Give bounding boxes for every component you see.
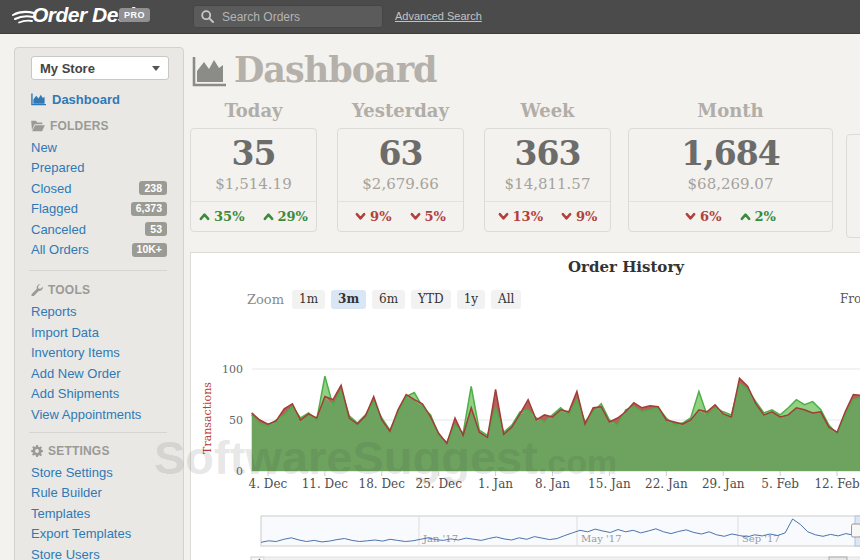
wrench-icon (31, 284, 43, 296)
stat-period-label: Today (190, 100, 317, 122)
store-selector[interactable]: My Store (31, 56, 169, 80)
caret-icon (685, 212, 696, 221)
top-bar: Order Desk PRO Advanced Search (0, 0, 860, 34)
svg-text:29. Jan: 29. Jan (702, 477, 745, 491)
svg-text:1. Jan: 1. Jan (478, 477, 513, 491)
sidebar-item-add-new-order[interactable]: Add New Order (31, 366, 167, 380)
area-chart-icon (31, 93, 46, 106)
stat-amount: $68,269.07 (629, 175, 832, 193)
sidebar: My Store Dashboard FOLDERS New Prepared … (14, 47, 184, 560)
stat-month: Month 1,684 $68,269.07 6% 2% (628, 100, 833, 232)
caret-icon (410, 212, 421, 221)
folder-open-icon (31, 120, 45, 132)
stat-card: 363 $14,811.57 13% 9% (484, 128, 611, 232)
dashboard-title-icon (192, 57, 226, 91)
stat-period-label: Month (628, 100, 833, 122)
change-indicator: 35% (199, 209, 244, 224)
pro-badge: PRO (119, 8, 150, 22)
sidebar-item-inventory-items[interactable]: Inventory Items (31, 346, 167, 360)
svg-text:5. Feb: 5. Feb (761, 477, 799, 491)
page-title: Dashboard (234, 49, 437, 90)
sidebar-item-new[interactable]: New (31, 140, 167, 154)
svg-text:0: 0 (236, 465, 243, 478)
sidebar-divider (29, 270, 167, 271)
sidebar-item-rule-builder[interactable]: Rule Builder (31, 486, 167, 500)
gear-icon (31, 445, 43, 457)
stat-card: 35 $1,514.19 35% 29% (190, 128, 317, 232)
zoom-button-ytd[interactable]: YTD (411, 290, 451, 309)
range-from-label: From (840, 292, 860, 306)
sidebar-section-folders: FOLDERS (31, 119, 167, 132)
search-icon (201, 10, 214, 23)
svg-text:Transactions: Transactions (201, 382, 214, 454)
sidebar-item-view-appointments[interactable]: View Appointments (31, 407, 167, 421)
sidebar-item-closed[interactable]: Closed238 (31, 181, 167, 195)
zoom-button-1y[interactable]: 1y (457, 290, 485, 309)
closed-count-badge: 238 (139, 181, 167, 195)
stat-changes: 13% 9% (485, 201, 610, 224)
canceled-count-badge: 53 (145, 222, 167, 236)
flagged-count-badge: 6,373 (131, 202, 167, 216)
stat-period-label: Yesterday (337, 100, 464, 122)
sidebar-divider (29, 432, 167, 433)
change-indicator: 9% (561, 209, 597, 224)
sidebar-section-tools: TOOLS (31, 284, 167, 297)
svg-text:15. Jan: 15. Jan (588, 477, 631, 491)
zoom-button-6m[interactable]: 6m (372, 290, 405, 309)
stat-changes: 9% 5% (338, 201, 463, 224)
caret-icon (561, 212, 572, 221)
sidebar-item-export-templates[interactable]: Export Templates (31, 527, 167, 541)
sidebar-item-store-users[interactable]: Store Users (31, 547, 167, 560)
stat-changes: 35% 29% (191, 201, 316, 224)
caret-icon (498, 212, 509, 221)
svg-text:8. Jan: 8. Jan (535, 477, 570, 491)
order-history-chart-panel: 0501004. Dec11. Dec18. Dec25. Dec1. Jan8… (190, 252, 860, 560)
stat-order-count: 63 (338, 135, 463, 173)
stat-changes: 6% 2% (629, 201, 832, 224)
change-indicator: 2% (740, 209, 776, 224)
stat-week: Week 363 $14,811.57 13% 9% (484, 100, 611, 232)
stat-order-count: 363 (485, 135, 610, 173)
search-box (193, 5, 383, 28)
advanced-search-link[interactable]: Advanced Search (395, 10, 482, 22)
caret-icon (355, 212, 366, 221)
svg-text:May '17: May '17 (581, 533, 622, 544)
stat-yesterday: Yesterday 63 $2,679.66 9% 5% (337, 100, 464, 232)
sidebar-item-all-orders[interactable]: All Orders10K+ (31, 243, 167, 257)
svg-text:22. Jan: 22. Jan (645, 477, 688, 491)
sidebar-item-prepared[interactable]: Prepared (31, 161, 167, 175)
sidebar-item-templates[interactable]: Templates (31, 506, 167, 520)
sidebar-item-add-shipments[interactable]: Add Shipments (31, 387, 167, 401)
change-indicator: 29% (263, 209, 308, 224)
change-indicator: 13% (498, 209, 543, 224)
zoom-label: Zoom (247, 292, 284, 307)
sidebar-item-dashboard[interactable]: Dashboard (31, 92, 167, 106)
zoom-button-3m[interactable]: 3m (331, 290, 366, 309)
stat-card-partial (846, 134, 860, 238)
sidebar-item-canceled[interactable]: Canceled53 (31, 222, 167, 236)
svg-text:11. Dec: 11. Dec (302, 477, 349, 491)
zoom-button-all[interactable]: All (491, 290, 521, 309)
sidebar-item-label: Dashboard (52, 92, 120, 107)
change-indicator: 9% (355, 209, 391, 224)
svg-text:50: 50 (229, 414, 243, 427)
sidebar-item-store-settings[interactable]: Store Settings (31, 465, 167, 479)
sidebar-item-flagged[interactable]: Flagged6,373 (31, 202, 167, 216)
caret-icon (263, 212, 274, 221)
change-indicator: 6% (685, 209, 721, 224)
sidebar-section-settings: SETTINGS (31, 444, 167, 457)
stat-amount: $2,679.66 (338, 175, 463, 193)
sidebar-item-import-data[interactable]: Import Data (31, 325, 167, 339)
sidebar-item-reports[interactable]: Reports (31, 305, 167, 319)
area-chart-icon (192, 57, 226, 87)
change-indicator: 5% (410, 209, 446, 224)
svg-text:100: 100 (222, 363, 243, 376)
caret-icon (740, 212, 751, 221)
stat-amount: $14,811.57 (485, 175, 610, 193)
store-selector-value: My Store (40, 61, 95, 76)
svg-text:Jan '17: Jan '17 (422, 533, 458, 544)
search-input[interactable] (220, 9, 374, 25)
zoom-button-1m[interactable]: 1m (292, 290, 325, 309)
svg-text:12. Feb: 12. Feb (814, 477, 860, 491)
chevron-down-icon (152, 66, 160, 71)
